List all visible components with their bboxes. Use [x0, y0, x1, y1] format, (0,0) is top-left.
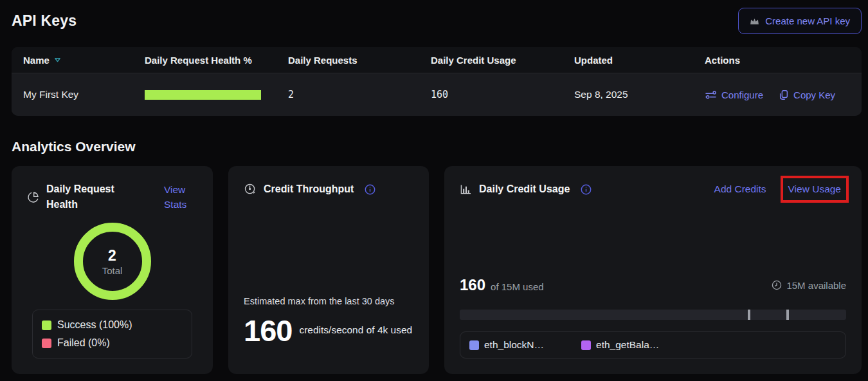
copy-key-button[interactable]: Copy Key	[779, 89, 835, 100]
sliders-icon	[705, 90, 717, 100]
clock-icon	[772, 280, 782, 290]
legend-item-eth-blocknumber: eth_blockN…	[469, 339, 544, 351]
updated-value: Sep 8, 2025	[574, 89, 705, 100]
credit-throughput-card: Credit Throughput Estimated max from the…	[228, 166, 429, 374]
api-key-name: My First Key	[23, 89, 145, 100]
copy-icon	[779, 89, 789, 100]
page-title: API Keys	[12, 12, 77, 30]
donut-total-value: 2	[108, 247, 116, 265]
throughput-suffix: credits/second of 4k used	[299, 322, 413, 338]
health-donut-chart: 2 Total	[27, 223, 197, 300]
analytics-cards: Daily Request Health View Stats 2 Total …	[12, 166, 862, 369]
card-title: Credit Throughput	[264, 181, 354, 197]
page-header: API Keys Create new API key	[12, 8, 862, 34]
bar-chart-icon	[460, 184, 472, 195]
progress-marker	[786, 310, 789, 320]
column-header-credit-usage: Daily Credit Usage	[431, 55, 574, 66]
add-credits-link[interactable]: Add Credits	[714, 181, 766, 196]
column-header-health: Daily Request Health %	[145, 55, 288, 66]
sort-desc-icon	[54, 57, 61, 63]
throughput-value: 160	[244, 313, 292, 348]
table-header-row: Name Daily Request Health % Daily Reques…	[12, 47, 862, 73]
card-title: Daily Credit Usage	[479, 181, 570, 197]
column-header-requests: Daily Requests	[288, 55, 431, 66]
create-api-key-label: Create new API key	[765, 15, 850, 26]
health-bar	[145, 90, 261, 100]
health-bar-fill	[145, 90, 261, 100]
annotation-highlight-box: View Usage	[781, 176, 849, 202]
gauge-icon	[244, 183, 257, 196]
eth-blocknumber-swatch	[469, 340, 479, 350]
legend-item-failed: Failed (0%)	[42, 334, 183, 352]
section-title: Analytics Overview	[12, 139, 862, 154]
failed-swatch	[42, 339, 51, 348]
table-row: My First Key 2 160 Sep 8, 2025 Configure	[12, 73, 862, 116]
donut-ring: 2 Total	[74, 223, 151, 300]
info-icon[interactable]	[581, 184, 592, 195]
legend-item-eth-getbalance: eth_getBala…	[581, 339, 659, 351]
daily-credit-usage-value: 160	[431, 89, 574, 100]
info-icon[interactable]	[365, 184, 375, 195]
daily-credit-usage-card: Daily Credit Usage Add Credits View Usag…	[444, 166, 862, 374]
view-usage-link[interactable]: View Usage	[788, 183, 841, 194]
daily-requests-value: 2	[288, 89, 431, 100]
throughput-subtitle: Estimated max from the last 30 days	[244, 296, 413, 306]
credits-used-value: 160	[460, 276, 485, 294]
daily-request-health-card: Daily Request Health View Stats 2 Total …	[12, 166, 213, 374]
column-header-updated: Updated	[574, 55, 705, 66]
credit-usage-progress-bar	[460, 310, 846, 320]
column-header-name[interactable]: Name	[23, 55, 145, 66]
health-legend: Success (100%) Failed (0%)	[32, 310, 192, 358]
view-stats-link[interactable]: View Stats	[164, 182, 197, 212]
eth-getbalance-swatch	[581, 340, 591, 350]
legend-item-success: Success (100%)	[42, 316, 183, 334]
success-swatch	[42, 321, 51, 330]
donut-total-label: Total	[102, 265, 123, 276]
progress-marker	[748, 310, 750, 320]
crown-icon	[750, 17, 759, 25]
credits-used-label: of 15M used	[491, 281, 544, 292]
create-api-key-button[interactable]: Create new API key	[738, 8, 862, 34]
health-bar-cell	[145, 90, 288, 100]
dashboard: API Keys Create new API key Name Daily R…	[0, 0, 868, 369]
api-keys-table: Name Daily Request Health % Daily Reques…	[12, 47, 862, 116]
column-header-actions: Actions	[705, 55, 850, 66]
configure-button[interactable]: Configure	[705, 89, 763, 100]
credits-available-label: 15M available	[786, 280, 846, 291]
pie-chart-icon	[27, 191, 39, 203]
card-title: Daily Request Health	[46, 181, 125, 212]
method-legend: eth_blockN… eth_getBala…	[460, 331, 846, 358]
actions-cell: Configure Copy Key	[705, 89, 850, 100]
